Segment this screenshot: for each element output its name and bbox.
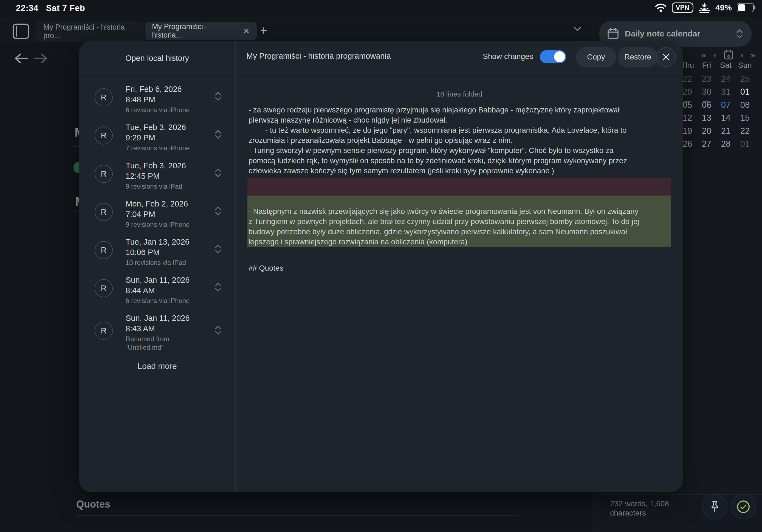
revision-time: 8:44 AM: [126, 285, 216, 296]
revision-detail: 9 revisions via iPhone: [126, 220, 216, 229]
prev-month-icon[interactable]: ‹: [714, 50, 717, 60]
expand-icon[interactable]: [214, 168, 222, 178]
revision-detail: 6 revisions via iPhone: [126, 106, 216, 114]
added-lines-block: - Następnym z nazwisk przewijających się…: [247, 195, 671, 247]
calendar-day[interactable]: 24: [716, 74, 735, 87]
markdown-quotes-heading: ## Quotes: [249, 264, 283, 272]
divider: [76, 515, 518, 515]
divider: [79, 73, 683, 73]
sidebar-toggle-icon[interactable]: [13, 24, 29, 39]
revision-item[interactable]: R Tue, Feb 3, 2026 12:45 PM 9 revisions …: [79, 164, 235, 199]
avatar: R: [95, 126, 113, 144]
wifi-icon: [655, 3, 667, 12]
calendar-day[interactable]: 28: [716, 139, 735, 152]
calendar-day[interactable]: 31: [716, 87, 735, 100]
check-button[interactable]: [731, 494, 756, 519]
calendar-day[interactable]: 08: [735, 100, 755, 113]
modal-note-title: My Programiści - historia programowania: [246, 51, 391, 61]
chevron-up-down-icon[interactable]: [736, 28, 743, 39]
copy-button[interactable]: Copy: [576, 46, 616, 67]
calendar-day-today[interactable]: 07: [716, 100, 735, 113]
status-date: Sat 7 Feb: [46, 3, 85, 13]
next-year-icon[interactable]: »: [750, 50, 755, 60]
screen: 22:34Sat 7 Feb VPN 49% My Programiści - …: [0, 0, 762, 532]
vpn-badge: VPN: [672, 2, 693, 13]
prev-year-icon[interactable]: «: [701, 50, 706, 60]
revision-time: 7:04 PM: [126, 209, 216, 219]
avatar: R: [95, 322, 113, 340]
sunrise-download-icon: [698, 2, 711, 13]
expand-icon[interactable]: [214, 244, 222, 254]
chevron-down-icon[interactable]: [572, 25, 583, 33]
divider: [594, 494, 762, 495]
clock: 22:34: [16, 3, 38, 13]
show-changes-toggle[interactable]: [540, 50, 566, 63]
revision-detail: 6 revisions via iPhone: [126, 296, 216, 305]
note-diff-text: - za swego rodzaju pierwszego programist…: [249, 105, 676, 176]
battery-icon: [737, 3, 754, 12]
calendar-day[interactable]: 01: [735, 87, 755, 100]
load-more-button[interactable]: Load more: [79, 361, 235, 371]
close-modal-button[interactable]: [656, 47, 676, 67]
daily-note-icon[interactable]: [724, 49, 733, 60]
tab-close-icon[interactable]: ✕: [243, 27, 250, 36]
revision-item[interactable]: R Sun, Jan 11, 2026 8:43 AM Renamed from…: [79, 316, 235, 352]
weekday-header: Fri: [697, 61, 716, 74]
calendar-day-has-note[interactable]: 30: [697, 87, 716, 100]
tab-note-1[interactable]: My Programiści - historia pro...: [36, 22, 143, 41]
deleted-lines-block: [247, 178, 671, 195]
modal-left-title: Open local history: [79, 54, 235, 63]
revision-list-panel: Open local history R Fri, Feb 6, 2026 8:…: [79, 41, 236, 492]
calendar-day[interactable]: 21: [716, 126, 735, 139]
text-line: - za swego rodzaju pierwszego programist…: [249, 105, 676, 115]
pin-button[interactable]: [702, 494, 727, 519]
calendar-day[interactable]: 14: [716, 113, 735, 126]
text-line: - tu też warto wspomnieć, ze do jego "pa…: [249, 125, 676, 135]
text-line: człowieka zawsze kończył się tym samym r…: [249, 166, 676, 176]
revision-date: Sun, Jan 11, 2026: [126, 275, 216, 285]
battery-percent: 49%: [715, 3, 732, 12]
calendar-day[interactable]: 25: [735, 74, 755, 87]
tab-bar: My Programiści - historia pro... My Prog…: [0, 17, 593, 43]
revision-item[interactable]: R Fri, Feb 6, 2026 8:48 PM 6 revisions v…: [79, 87, 235, 123]
revision-item[interactable]: R Tue, Jan 13, 2026 10:06 PM 10 revision…: [79, 240, 235, 275]
forward-arrow-icon[interactable]: [33, 52, 49, 65]
calendar-day[interactable]: 23: [697, 74, 716, 87]
revision-item[interactable]: R Sun, Jan 11, 2026 8:44 AM 6 revisions …: [79, 278, 235, 314]
calendar-day[interactable]: 13: [697, 113, 716, 126]
expand-icon[interactable]: [214, 206, 222, 216]
pin-icon: [709, 500, 721, 513]
revision-date: Mon, Feb 2, 2026: [126, 198, 216, 209]
calendar-day[interactable]: 27: [697, 139, 716, 152]
revision-item[interactable]: R Mon, Feb 2, 2026 7:04 PM 9 revisions v…: [79, 202, 235, 238]
tab-note-2[interactable]: My Programiści - historia... ✕: [145, 22, 257, 40]
next-month-icon[interactable]: ›: [741, 50, 744, 60]
revision-time: 10:06 PM: [126, 247, 216, 258]
added-line: - Następnym z nazwisk przewijających się…: [249, 206, 671, 216]
expand-icon[interactable]: [214, 325, 222, 336]
revision-date: Fri, Feb 6, 2026: [126, 84, 216, 94]
expand-icon[interactable]: [214, 91, 222, 102]
avatar: R: [95, 165, 113, 183]
calendar-day[interactable]: 01: [735, 139, 755, 152]
check-circle-icon: [736, 499, 750, 514]
calendar-day[interactable]: 06: [697, 100, 716, 113]
back-arrow-icon[interactable]: [13, 52, 29, 65]
revision-item[interactable]: R Tue, Feb 3, 2026 9:29 PM 7 revisions v…: [79, 125, 235, 161]
revision-time: 12:45 PM: [126, 171, 216, 181]
weekday-header: Sat: [716, 61, 735, 74]
added-line: budowy potrzebne były duże obliczenia, g…: [249, 227, 671, 237]
text-line: pierwszą maszynę różnicową - choc nigdy …: [249, 115, 676, 125]
revision-detail: 9 revisions via iPad: [126, 182, 216, 190]
expand-icon[interactable]: [214, 282, 222, 292]
calendar-day[interactable]: 20: [697, 126, 716, 139]
calendar-day[interactable]: 15: [735, 113, 755, 126]
calendar-day[interactable]: 22: [735, 126, 755, 139]
word-count: 232 words, 1,608 characters: [610, 499, 669, 518]
revision-date: Tue, Jan 13, 2026: [126, 237, 216, 247]
new-tab-button[interactable]: +: [260, 23, 267, 38]
calendar-grid: Thu Fri Sat Sun 22 23 24 25 29 30 31 01 …: [678, 61, 755, 152]
restore-button[interactable]: Restore: [618, 46, 658, 67]
expand-icon[interactable]: [214, 129, 222, 140]
revision-time: 8:48 PM: [126, 94, 216, 105]
